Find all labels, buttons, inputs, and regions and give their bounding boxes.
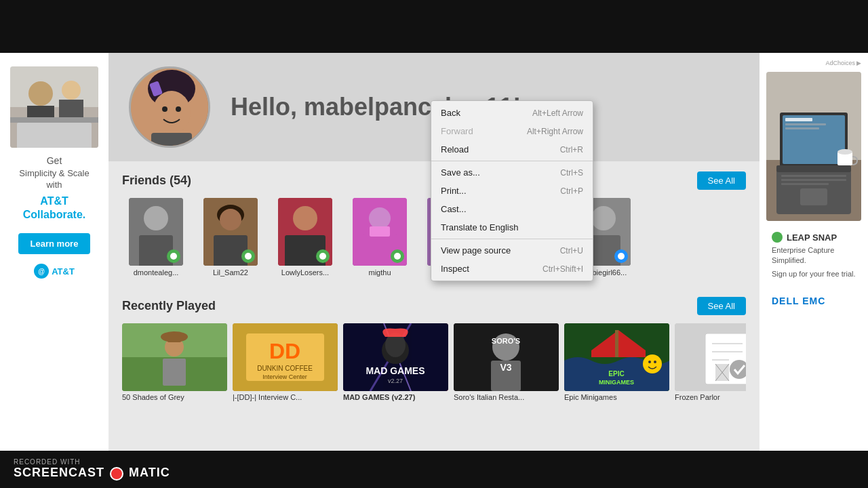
svg-rect-30 — [363, 234, 397, 266]
ad-choices-text: AdChoices — [825, 60, 855, 66]
list-item[interactable]: EPIC MINIGAMES Epic Minigames — [564, 323, 669, 401]
friend-name-4: migthu — [368, 268, 391, 277]
svg-rect-97 — [800, 188, 827, 205]
svg-point-2 — [28, 81, 53, 106]
context-inspect[interactable]: Inspect Ctrl+Shift+I — [431, 260, 593, 278]
context-translate-label: Translate to English — [441, 222, 518, 232]
user-avatar — [129, 66, 210, 148]
svg-point-32 — [394, 253, 401, 260]
svg-rect-95 — [781, 179, 846, 181]
svg-rect-22 — [214, 235, 248, 266]
recorded-with-label: RECORDED WITH SCREENCAST MATIC — [14, 458, 170, 480]
context-reload[interactable]: Reload Ctrl+R — [431, 140, 593, 159]
recently-played-title: Recently Played — [122, 299, 216, 313]
friend-avatar-2 — [203, 198, 258, 266]
svg-point-16 — [144, 206, 168, 230]
svg-rect-89 — [785, 123, 826, 125]
svg-text:MINIGAMES: MINIGAMES — [599, 379, 634, 386]
simplicity-label: Simplicity & Scale — [19, 168, 89, 180]
svg-rect-50 — [167, 333, 181, 342]
dell-logo: DELL EMC — [772, 296, 856, 306]
list-item[interactable]: dmontealeg... — [122, 198, 190, 277]
ad-choices: AdChoices ▶ — [825, 60, 861, 66]
ad-choices-icon: ▶ — [856, 60, 861, 66]
list-item[interactable]: MAD GAMES v2.27 MAD GAMES (v2.27) — [343, 323, 448, 401]
list-item[interactable]: Lil_Sam22 — [197, 198, 264, 277]
online-badge-4 — [391, 249, 404, 263]
friend-avatar-4 — [353, 198, 407, 266]
svg-text:DUNKIN COFFEE: DUNKIN COFFEE — [257, 365, 313, 372]
svg-point-44 — [618, 253, 625, 260]
att-icon: @ — [34, 264, 49, 279]
signup-label: Sign up for your free trial. — [772, 269, 856, 279]
context-print[interactable]: Print... Ctrl+P — [431, 182, 593, 200]
svg-point-29 — [369, 207, 391, 229]
leap-snap-title: LEAP SNAP — [787, 232, 837, 243]
online-badge-3 — [316, 249, 330, 263]
games-row: 50 Shades of Grey DD DUNKIN COFFEE Inter… — [122, 323, 746, 401]
game-thumb-6 — [675, 323, 746, 391]
context-menu: Back Alt+Left Arrow Forward Alt+Right Ar… — [431, 100, 593, 281]
context-sep-1 — [431, 161, 593, 161]
learn-more-button[interactable]: Learn more — [18, 233, 91, 254]
left-ad-image — [10, 66, 98, 148]
svg-rect-94 — [781, 175, 846, 177]
att-text: AT&T — [52, 266, 75, 277]
friend-name-3: LowlyLosers... — [281, 268, 329, 277]
svg-text:V3: V3 — [500, 362, 511, 373]
screencast-bar: RECORDED WITH SCREENCAST MATIC — [14, 458, 170, 480]
list-item[interactable]: 50 Shades of Grey — [122, 323, 227, 401]
context-back-label: Back — [441, 108, 460, 118]
online-badge-1 — [167, 249, 180, 263]
list-item[interactable]: DD DUNKIN COFFEE Interview Center |-[DD]… — [233, 323, 338, 401]
svg-point-25 — [293, 206, 317, 230]
list-item[interactable]: migthu — [346, 198, 414, 277]
right-ad-laptop-image — [766, 72, 861, 221]
list-item[interactable]: Frozen Parlor — [675, 323, 746, 401]
get-label: Get — [19, 155, 89, 168]
svg-point-92 — [837, 149, 852, 155]
svg-rect-6 — [10, 117, 98, 123]
context-source-shortcut: Ctrl+U — [560, 246, 583, 256]
friend-name-1: dmontealeg... — [134, 268, 179, 277]
att-brand1: AT&T — [19, 195, 89, 209]
svg-rect-7 — [17, 123, 92, 148]
svg-rect-17 — [139, 235, 173, 266]
svg-text:SORO'S: SORO'S — [492, 337, 520, 345]
online-badge-2 — [241, 249, 255, 263]
right-ad-bottom: DELL EMC — [766, 290, 861, 312]
svg-rect-70 — [615, 330, 618, 357]
context-reload-shortcut: Ctrl+R — [560, 145, 583, 155]
context-save-label: Save as... — [441, 167, 480, 178]
right-ad: AdChoices ▶ — [760, 53, 868, 451]
list-item[interactable]: LowlyLosers... — [271, 198, 339, 277]
context-view-source[interactable]: View page source Ctrl+U — [431, 241, 593, 260]
screencast-brand: SCREENCAST MATIC — [14, 466, 170, 480]
list-item[interactable]: SORO'S V3 Soro's Italian Resta... — [454, 323, 559, 401]
friends-see-all-button[interactable]: See All — [697, 171, 746, 190]
svg-text:v2.27: v2.27 — [388, 378, 403, 384]
game-name-5: Epic Minigames — [564, 393, 669, 401]
context-save-as[interactable]: Save as... Ctrl+S — [431, 163, 593, 182]
online-badge-7 — [614, 249, 628, 263]
context-cast[interactable]: Cast... — [431, 200, 593, 218]
context-back[interactable]: Back Alt+Left Arrow — [431, 104, 593, 122]
context-forward-shortcut: Alt+Right Arrow — [527, 127, 583, 136]
svg-point-10 — [153, 91, 191, 134]
context-forward[interactable]: Forward Alt+Right Arrow — [431, 122, 593, 140]
svg-rect-48 — [163, 359, 186, 386]
friend-name-2: Lil_Sam22 — [213, 268, 248, 277]
leap-snap-header: LEAP SNAP — [772, 232, 856, 243]
svg-text:MAD GAMES: MAD GAMES — [366, 365, 425, 376]
context-translate[interactable]: Translate to English — [431, 218, 593, 237]
svg-text:EPIC: EPIC — [608, 370, 624, 378]
svg-point-74 — [648, 361, 651, 363]
svg-rect-14 — [151, 133, 192, 148]
recently-played-header: Recently Played See All — [122, 297, 746, 315]
svg-rect-31 — [370, 226, 390, 237]
context-reload-label: Reload — [441, 144, 469, 155]
game-name-1: 50 Shades of Grey — [122, 393, 227, 401]
game-name-6: Frozen Parlor — [675, 393, 746, 401]
games-see-all-button[interactable]: See All — [697, 297, 746, 315]
game-thumb-3: MAD GAMES v2.27 — [343, 323, 448, 391]
